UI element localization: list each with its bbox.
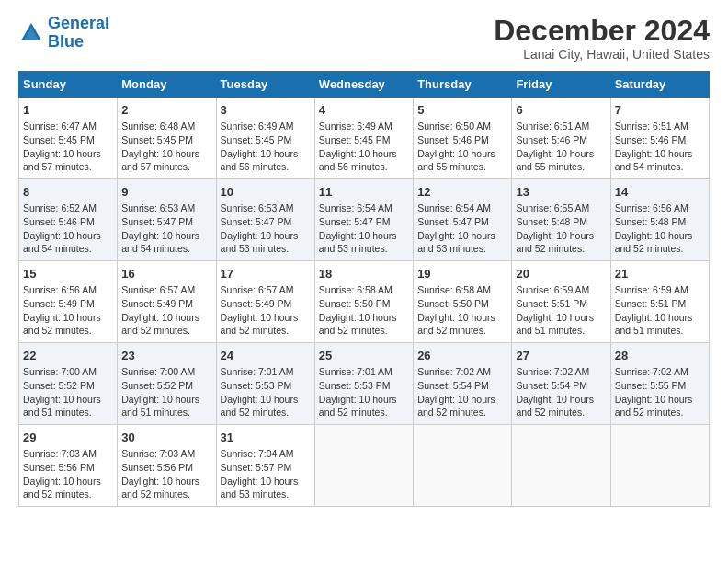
sunrise-label: Sunrise: 7:01 AM — [221, 366, 294, 377]
sunset-label: Sunset: 5:48 PM — [615, 216, 687, 227]
sunrise-label: Sunrise: 6:55 AM — [516, 202, 589, 213]
subtitle: Lanai City, Hawaii, United States — [494, 47, 710, 62]
daylight-label: Daylight: 10 hours — [319, 394, 397, 405]
daylight-label: Daylight: 10 hours — [221, 394, 299, 405]
daylight-label: Daylight: 10 hours — [221, 230, 299, 241]
calendar-cell: 21Sunrise: 6:59 AMSunset: 5:51 PMDayligh… — [610, 261, 709, 343]
calendar-cell: 24Sunrise: 7:01 AMSunset: 5:53 PMDayligh… — [216, 343, 314, 425]
daylight-minutes: and 52 minutes. — [221, 407, 290, 418]
sunset-label: Sunset: 5:47 PM — [121, 216, 193, 227]
daylight-minutes: and 52 minutes. — [615, 243, 684, 254]
daylight-minutes: and 52 minutes. — [319, 325, 388, 336]
day-number: 4 — [319, 102, 409, 119]
calendar-cell — [512, 424, 610, 506]
sunrise-label: Sunrise: 6:58 AM — [417, 284, 491, 295]
daylight-minutes: and 51 minutes. — [615, 325, 684, 336]
day-number: 24 — [221, 348, 311, 364]
logo-icon — [18, 20, 44, 46]
sunset-label: Sunset: 5:56 PM — [121, 462, 193, 473]
daylight-minutes: and 52 minutes. — [23, 488, 92, 500]
sunrise-label: Sunrise: 7:04 AM — [221, 448, 294, 459]
sunrise-label: Sunrise: 6:54 AM — [417, 202, 491, 213]
calendar-week-4: 22Sunrise: 7:00 AMSunset: 5:52 PMDayligh… — [19, 343, 710, 425]
daylight-label: Daylight: 10 hours — [319, 230, 397, 241]
logo-text: General Blue — [48, 15, 109, 52]
calendar-cell: 5Sunrise: 6:50 AMSunset: 5:46 PMDaylight… — [414, 98, 512, 179]
daylight-minutes: and 52 minutes. — [319, 407, 388, 418]
day-number: 17 — [221, 266, 311, 282]
sunrise-label: Sunrise: 6:52 AM — [23, 202, 97, 213]
daylight-label: Daylight: 10 hours — [23, 148, 101, 159]
daylight-minutes: and 51 minutes. — [23, 407, 92, 418]
day-number: 31 — [221, 430, 311, 446]
sunset-label: Sunset: 5:49 PM — [121, 298, 193, 309]
daylight-label: Daylight: 10 hours — [23, 476, 101, 487]
day-number: 30 — [121, 430, 211, 446]
daylight-minutes: and 52 minutes. — [417, 325, 486, 336]
calendar-week-5: 29Sunrise: 7:03 AMSunset: 5:56 PMDayligh… — [19, 424, 710, 506]
sunrise-label: Sunrise: 7:03 AM — [23, 448, 97, 459]
sunset-label: Sunset: 5:51 PM — [615, 298, 687, 309]
calendar-table: SundayMondayTuesdayWednesdayThursdayFrid… — [18, 71, 710, 507]
daylight-label: Daylight: 10 hours — [23, 230, 101, 241]
sunrise-label: Sunrise: 7:01 AM — [319, 366, 392, 377]
sunrise-label: Sunrise: 6:56 AM — [615, 202, 688, 213]
sunrise-label: Sunrise: 6:47 AM — [23, 121, 97, 132]
sunset-label: Sunset: 5:49 PM — [221, 298, 292, 309]
day-number: 18 — [319, 266, 409, 282]
day-number: 12 — [417, 184, 507, 201]
calendar-cell: 16Sunrise: 6:57 AMSunset: 5:49 PMDayligh… — [118, 261, 216, 343]
main-title: December 2024 — [494, 15, 710, 47]
sunset-label: Sunset: 5:46 PM — [23, 216, 95, 227]
sunset-label: Sunset: 5:45 PM — [121, 134, 193, 145]
daylight-minutes: and 53 minutes. — [221, 243, 290, 254]
logo: General Blue — [18, 15, 109, 52]
daylight-minutes: and 52 minutes. — [516, 243, 585, 254]
daylight-label: Daylight: 10 hours — [319, 148, 397, 159]
daylight-label: Daylight: 10 hours — [121, 312, 199, 323]
calendar-cell: 30Sunrise: 7:03 AMSunset: 5:56 PMDayligh… — [118, 424, 216, 506]
daylight-label: Daylight: 10 hours — [417, 312, 495, 323]
daylight-minutes: and 52 minutes. — [516, 407, 585, 418]
calendar-cell: 1Sunrise: 6:47 AMSunset: 5:45 PMDaylight… — [19, 98, 118, 179]
sunrise-label: Sunrise: 7:03 AM — [121, 448, 195, 459]
daylight-minutes: and 57 minutes. — [121, 161, 190, 172]
sunset-label: Sunset: 5:55 PM — [615, 380, 687, 391]
calendar-cell: 29Sunrise: 7:03 AMSunset: 5:56 PMDayligh… — [19, 424, 118, 506]
calendar-cell: 19Sunrise: 6:58 AMSunset: 5:50 PMDayligh… — [414, 261, 512, 343]
day-number: 7 — [615, 102, 705, 119]
daylight-label: Daylight: 10 hours — [221, 476, 299, 487]
daylight-minutes: and 51 minutes. — [516, 325, 585, 336]
day-number: 22 — [23, 348, 113, 364]
calendar-cell: 17Sunrise: 6:57 AMSunset: 5:49 PMDayligh… — [216, 261, 314, 343]
calendar-cell: 15Sunrise: 6:56 AMSunset: 5:49 PMDayligh… — [19, 261, 118, 343]
calendar-cell: 6Sunrise: 6:51 AMSunset: 5:46 PMDaylight… — [512, 98, 610, 179]
sunset-label: Sunset: 5:48 PM — [516, 216, 587, 227]
sunset-label: Sunset: 5:49 PM — [23, 298, 95, 309]
daylight-minutes: and 53 minutes. — [417, 243, 486, 254]
sunset-label: Sunset: 5:54 PM — [417, 380, 489, 391]
daylight-minutes: and 53 minutes. — [221, 488, 290, 500]
calendar-cell: 2Sunrise: 6:48 AMSunset: 5:45 PMDaylight… — [118, 98, 216, 179]
daylight-minutes: and 54 minutes. — [121, 243, 190, 254]
day-number: 14 — [615, 184, 705, 201]
sunset-label: Sunset: 5:46 PM — [516, 134, 587, 145]
daylight-label: Daylight: 10 hours — [516, 148, 594, 159]
daylight-minutes: and 52 minutes. — [121, 325, 190, 336]
calendar-cell: 4Sunrise: 6:49 AMSunset: 5:45 PMDaylight… — [314, 98, 413, 179]
day-number: 29 — [23, 430, 113, 446]
sunset-label: Sunset: 5:50 PM — [319, 298, 391, 309]
daylight-minutes: and 55 minutes. — [417, 161, 486, 172]
sunset-label: Sunset: 5:46 PM — [417, 134, 489, 145]
sunset-label: Sunset: 5:52 PM — [23, 380, 95, 391]
sunrise-label: Sunrise: 6:53 AM — [121, 202, 195, 213]
col-header-friday: Friday — [512, 72, 610, 98]
daylight-minutes: and 52 minutes. — [23, 325, 92, 336]
day-number: 26 — [417, 348, 507, 364]
day-number: 15 — [23, 266, 113, 282]
title-block: December 2024 Lanai City, Hawaii, United… — [494, 15, 710, 62]
daylight-label: Daylight: 10 hours — [121, 148, 199, 159]
sunset-label: Sunset: 5:47 PM — [319, 216, 391, 227]
daylight-label: Daylight: 10 hours — [121, 230, 199, 241]
day-number: 5 — [417, 102, 507, 119]
